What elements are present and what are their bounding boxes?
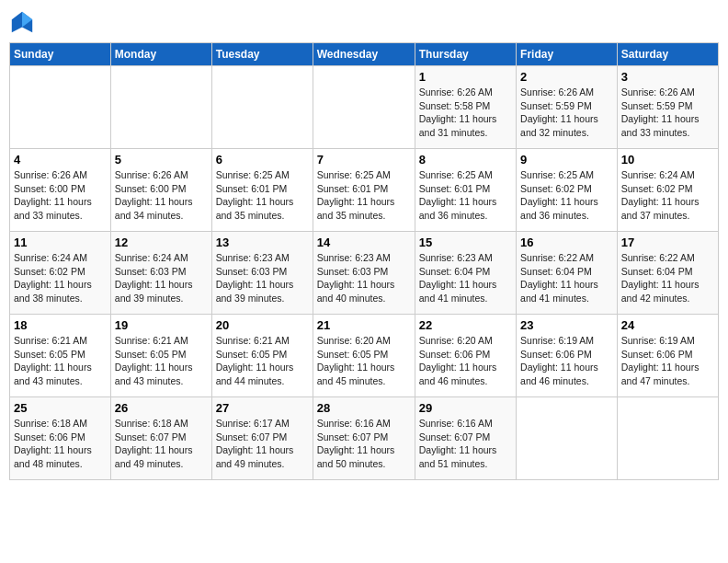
day-cell: 19Sunrise: 6:21 AMSunset: 6:05 PMDayligh… bbox=[110, 315, 211, 397]
day-number: 10 bbox=[621, 153, 714, 167]
day-number: 11 bbox=[14, 236, 107, 249]
day-cell bbox=[517, 397, 618, 480]
day-cell: 8Sunrise: 6:25 AMSunset: 6:01 PMDaylight… bbox=[415, 149, 516, 232]
day-cell bbox=[617, 397, 718, 480]
day-number: 2 bbox=[520, 70, 613, 84]
day-number: 25 bbox=[14, 401, 107, 415]
day-header-thursday: Thursday bbox=[415, 43, 516, 66]
day-cell: 11Sunrise: 6:24 AMSunset: 6:02 PMDayligh… bbox=[10, 232, 111, 315]
day-info: Sunrise: 6:24 AMSunset: 6:02 PMDaylight:… bbox=[14, 251, 107, 305]
day-number: 3 bbox=[621, 70, 714, 84]
day-cell: 27Sunrise: 6:17 AMSunset: 6:07 PMDayligh… bbox=[211, 397, 313, 480]
day-number: 17 bbox=[621, 236, 714, 249]
day-info: Sunrise: 6:24 AMSunset: 6:02 PMDaylight:… bbox=[621, 168, 714, 223]
day-cell: 24Sunrise: 6:19 AMSunset: 6:06 PMDayligh… bbox=[617, 315, 718, 397]
day-info: Sunrise: 6:16 AMSunset: 6:07 PMDaylight:… bbox=[419, 417, 512, 471]
day-header-wednesday: Wednesday bbox=[313, 43, 415, 66]
day-cell: 22Sunrise: 6:20 AMSunset: 6:06 PMDayligh… bbox=[415, 315, 516, 397]
day-info: Sunrise: 6:18 AMSunset: 6:06 PMDaylight:… bbox=[14, 417, 107, 471]
day-cell: 1Sunrise: 6:26 AMSunset: 5:58 PMDaylight… bbox=[415, 66, 516, 149]
day-cell: 17Sunrise: 6:22 AMSunset: 6:04 PMDayligh… bbox=[617, 232, 718, 315]
day-number: 28 bbox=[317, 401, 411, 415]
day-cell: 21Sunrise: 6:20 AMSunset: 6:05 PMDayligh… bbox=[313, 315, 415, 397]
day-cell: 16Sunrise: 6:22 AMSunset: 6:04 PMDayligh… bbox=[517, 232, 618, 315]
day-header-monday: Monday bbox=[110, 43, 211, 66]
day-cell: 12Sunrise: 6:24 AMSunset: 6:03 PMDayligh… bbox=[110, 232, 211, 315]
day-cell: 10Sunrise: 6:24 AMSunset: 6:02 PMDayligh… bbox=[617, 149, 718, 232]
day-number: 14 bbox=[317, 236, 411, 249]
day-cell: 5Sunrise: 6:26 AMSunset: 6:00 PMDaylight… bbox=[110, 149, 211, 232]
days-header-row: SundayMondayTuesdayWednesdayThursdayFrid… bbox=[10, 43, 719, 66]
day-number: 20 bbox=[216, 318, 309, 332]
day-cell: 20Sunrise: 6:21 AMSunset: 6:05 PMDayligh… bbox=[211, 315, 313, 397]
day-number: 13 bbox=[216, 236, 309, 249]
day-cell: 15Sunrise: 6:23 AMSunset: 6:04 PMDayligh… bbox=[415, 232, 516, 315]
day-cell: 14Sunrise: 6:23 AMSunset: 6:03 PMDayligh… bbox=[313, 232, 415, 315]
day-info: Sunrise: 6:23 AMSunset: 6:03 PMDaylight:… bbox=[317, 251, 411, 305]
day-number: 4 bbox=[14, 153, 107, 167]
day-number: 21 bbox=[317, 318, 411, 332]
day-number: 29 bbox=[419, 401, 512, 415]
day-cell bbox=[313, 66, 415, 149]
day-info: Sunrise: 6:25 AMSunset: 6:01 PMDaylight:… bbox=[216, 168, 309, 223]
day-cell: 3Sunrise: 6:26 AMSunset: 5:59 PMDaylight… bbox=[617, 66, 718, 149]
day-info: Sunrise: 6:20 AMSunset: 6:06 PMDaylight:… bbox=[419, 334, 512, 388]
day-number: 15 bbox=[419, 236, 512, 249]
day-number: 19 bbox=[115, 318, 208, 332]
day-cell: 9Sunrise: 6:25 AMSunset: 6:02 PMDaylight… bbox=[517, 149, 618, 232]
day-number: 9 bbox=[520, 153, 613, 167]
day-info: Sunrise: 6:16 AMSunset: 6:07 PMDaylight:… bbox=[317, 417, 411, 471]
day-info: Sunrise: 6:25 AMSunset: 6:01 PMDaylight:… bbox=[317, 168, 411, 223]
day-info: Sunrise: 6:22 AMSunset: 6:04 PMDaylight:… bbox=[520, 251, 613, 305]
day-number: 22 bbox=[419, 318, 512, 332]
day-info: Sunrise: 6:18 AMSunset: 6:07 PMDaylight:… bbox=[115, 417, 208, 471]
day-cell: 28Sunrise: 6:16 AMSunset: 6:07 PMDayligh… bbox=[313, 397, 415, 480]
day-number: 23 bbox=[520, 318, 613, 332]
day-cell bbox=[110, 66, 211, 149]
day-cell: 23Sunrise: 6:19 AMSunset: 6:06 PMDayligh… bbox=[517, 315, 618, 397]
day-number: 5 bbox=[115, 153, 208, 167]
day-info: Sunrise: 6:26 AMSunset: 5:58 PMDaylight:… bbox=[419, 86, 512, 140]
day-cell: 29Sunrise: 6:16 AMSunset: 6:07 PMDayligh… bbox=[415, 397, 516, 480]
day-info: Sunrise: 6:26 AMSunset: 5:59 PMDaylight:… bbox=[621, 86, 714, 140]
day-number: 18 bbox=[14, 318, 107, 332]
day-number: 24 bbox=[621, 318, 714, 332]
day-info: Sunrise: 6:24 AMSunset: 6:03 PMDaylight:… bbox=[115, 251, 208, 305]
day-cell: 25Sunrise: 6:18 AMSunset: 6:06 PMDayligh… bbox=[10, 397, 111, 480]
day-number: 26 bbox=[115, 401, 208, 415]
day-info: Sunrise: 6:23 AMSunset: 6:04 PMDaylight:… bbox=[419, 251, 512, 305]
day-info: Sunrise: 6:25 AMSunset: 6:02 PMDaylight:… bbox=[520, 168, 613, 223]
week-row-2: 4Sunrise: 6:26 AMSunset: 6:00 PMDaylight… bbox=[10, 149, 719, 232]
week-row-5: 25Sunrise: 6:18 AMSunset: 6:06 PMDayligh… bbox=[10, 397, 719, 480]
day-number: 6 bbox=[216, 153, 309, 167]
day-info: Sunrise: 6:26 AMSunset: 6:00 PMDaylight:… bbox=[115, 168, 208, 223]
day-cell: 26Sunrise: 6:18 AMSunset: 6:07 PMDayligh… bbox=[110, 397, 211, 480]
day-number: 1 bbox=[419, 70, 512, 84]
day-info: Sunrise: 6:19 AMSunset: 6:06 PMDaylight:… bbox=[520, 334, 613, 388]
logo-icon bbox=[9, 9, 35, 35]
day-cell: 2Sunrise: 6:26 AMSunset: 5:59 PMDaylight… bbox=[517, 66, 618, 149]
day-number: 16 bbox=[520, 236, 613, 249]
day-header-sunday: Sunday bbox=[10, 43, 111, 66]
week-row-4: 18Sunrise: 6:21 AMSunset: 6:05 PMDayligh… bbox=[10, 315, 719, 397]
day-cell: 7Sunrise: 6:25 AMSunset: 6:01 PMDaylight… bbox=[313, 149, 415, 232]
day-info: Sunrise: 6:21 AMSunset: 6:05 PMDaylight:… bbox=[115, 334, 208, 388]
day-info: Sunrise: 6:26 AMSunset: 6:00 PMDaylight:… bbox=[14, 168, 107, 223]
day-number: 8 bbox=[419, 153, 512, 167]
day-info: Sunrise: 6:25 AMSunset: 6:01 PMDaylight:… bbox=[419, 168, 512, 223]
day-number: 7 bbox=[317, 153, 411, 167]
day-info: Sunrise: 6:20 AMSunset: 6:05 PMDaylight:… bbox=[317, 334, 411, 388]
day-info: Sunrise: 6:22 AMSunset: 6:04 PMDaylight:… bbox=[621, 251, 714, 305]
day-header-saturday: Saturday bbox=[617, 43, 718, 66]
day-cell: 4Sunrise: 6:26 AMSunset: 6:00 PMDaylight… bbox=[10, 149, 111, 232]
day-info: Sunrise: 6:26 AMSunset: 5:59 PMDaylight:… bbox=[520, 86, 613, 140]
day-info: Sunrise: 6:21 AMSunset: 6:05 PMDaylight:… bbox=[216, 334, 309, 388]
day-header-friday: Friday bbox=[517, 43, 618, 66]
day-info: Sunrise: 6:21 AMSunset: 6:05 PMDaylight:… bbox=[14, 334, 107, 388]
day-header-tuesday: Tuesday bbox=[211, 43, 313, 66]
day-info: Sunrise: 6:17 AMSunset: 6:07 PMDaylight:… bbox=[216, 417, 309, 471]
header bbox=[9, 9, 719, 35]
day-cell bbox=[10, 66, 111, 149]
day-info: Sunrise: 6:23 AMSunset: 6:03 PMDaylight:… bbox=[216, 251, 309, 305]
day-cell: 6Sunrise: 6:25 AMSunset: 6:01 PMDaylight… bbox=[211, 149, 313, 232]
